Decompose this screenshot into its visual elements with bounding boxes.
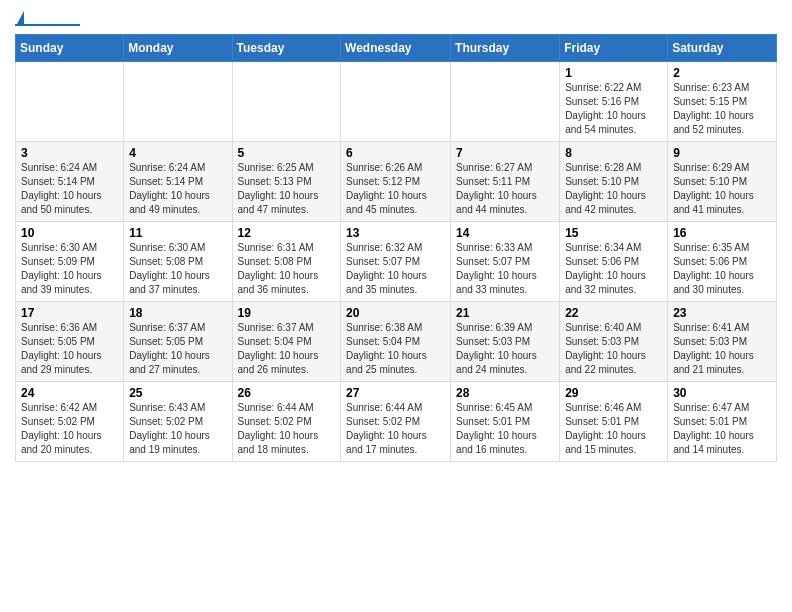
- day-info: Sunrise: 6:32 AM: [346, 241, 445, 255]
- day-info: Sunrise: 6:30 AM: [21, 241, 118, 255]
- day-info: Daylight: 10 hours and 41 minutes.: [673, 189, 771, 217]
- day-info: Sunrise: 6:26 AM: [346, 161, 445, 175]
- day-info: Sunset: 5:14 PM: [129, 175, 226, 189]
- calendar-cell: 6Sunrise: 6:26 AMSunset: 5:12 PMDaylight…: [341, 142, 451, 222]
- day-info: Daylight: 10 hours and 44 minutes.: [456, 189, 554, 217]
- day-number: 28: [456, 386, 554, 400]
- day-number: 3: [21, 146, 118, 160]
- day-number: 10: [21, 226, 118, 240]
- day-number: 17: [21, 306, 118, 320]
- day-info: Sunset: 5:13 PM: [238, 175, 336, 189]
- weekday-header-wednesday: Wednesday: [341, 35, 451, 62]
- day-number: 13: [346, 226, 445, 240]
- calendar-cell: 25Sunrise: 6:43 AMSunset: 5:02 PMDayligh…: [124, 382, 232, 462]
- day-info: Sunrise: 6:31 AM: [238, 241, 336, 255]
- day-number: 12: [238, 226, 336, 240]
- day-info: Daylight: 10 hours and 27 minutes.: [129, 349, 226, 377]
- day-info: Daylight: 10 hours and 49 minutes.: [129, 189, 226, 217]
- day-info: Sunset: 5:07 PM: [456, 255, 554, 269]
- calendar-cell: 5Sunrise: 6:25 AMSunset: 5:13 PMDaylight…: [232, 142, 341, 222]
- day-info: Sunrise: 6:35 AM: [673, 241, 771, 255]
- day-info: Sunset: 5:05 PM: [129, 335, 226, 349]
- calendar-cell: 30Sunrise: 6:47 AMSunset: 5:01 PMDayligh…: [668, 382, 777, 462]
- logo-underline: [15, 24, 80, 26]
- calendar-cell: 3Sunrise: 6:24 AMSunset: 5:14 PMDaylight…: [16, 142, 124, 222]
- day-number: 7: [456, 146, 554, 160]
- day-info: Sunrise: 6:30 AM: [129, 241, 226, 255]
- day-number: 4: [129, 146, 226, 160]
- day-info: Sunset: 5:04 PM: [238, 335, 336, 349]
- calendar-cell: 15Sunrise: 6:34 AMSunset: 5:06 PMDayligh…: [560, 222, 668, 302]
- day-info: Sunrise: 6:44 AM: [346, 401, 445, 415]
- day-number: 24: [21, 386, 118, 400]
- day-number: 9: [673, 146, 771, 160]
- weekday-header-monday: Monday: [124, 35, 232, 62]
- day-number: 21: [456, 306, 554, 320]
- weekday-header-saturday: Saturday: [668, 35, 777, 62]
- day-info: Sunset: 5:15 PM: [673, 95, 771, 109]
- calendar-cell: 2Sunrise: 6:23 AMSunset: 5:15 PMDaylight…: [668, 62, 777, 142]
- calendar-cell: 21Sunrise: 6:39 AMSunset: 5:03 PMDayligh…: [451, 302, 560, 382]
- day-info: Daylight: 10 hours and 22 minutes.: [565, 349, 662, 377]
- day-info: Sunrise: 6:24 AM: [21, 161, 118, 175]
- day-info: Daylight: 10 hours and 50 minutes.: [21, 189, 118, 217]
- calendar-cell: 10Sunrise: 6:30 AMSunset: 5:09 PMDayligh…: [16, 222, 124, 302]
- day-info: Sunset: 5:01 PM: [456, 415, 554, 429]
- calendar-week-row: 3Sunrise: 6:24 AMSunset: 5:14 PMDaylight…: [16, 142, 777, 222]
- day-info: Sunset: 5:09 PM: [21, 255, 118, 269]
- day-info: Daylight: 10 hours and 21 minutes.: [673, 349, 771, 377]
- day-info: Daylight: 10 hours and 35 minutes.: [346, 269, 445, 297]
- day-number: 18: [129, 306, 226, 320]
- day-number: 8: [565, 146, 662, 160]
- calendar-week-row: 24Sunrise: 6:42 AMSunset: 5:02 PMDayligh…: [16, 382, 777, 462]
- day-info: Sunset: 5:02 PM: [129, 415, 226, 429]
- day-info: Sunrise: 6:47 AM: [673, 401, 771, 415]
- day-number: 2: [673, 66, 771, 80]
- day-info: Sunrise: 6:25 AM: [238, 161, 336, 175]
- day-info: Daylight: 10 hours and 15 minutes.: [565, 429, 662, 457]
- day-info: Sunset: 5:06 PM: [673, 255, 771, 269]
- day-number: 16: [673, 226, 771, 240]
- calendar-cell: 12Sunrise: 6:31 AMSunset: 5:08 PMDayligh…: [232, 222, 341, 302]
- day-info: Sunset: 5:03 PM: [673, 335, 771, 349]
- calendar-week-row: 10Sunrise: 6:30 AMSunset: 5:09 PMDayligh…: [16, 222, 777, 302]
- day-info: Daylight: 10 hours and 33 minutes.: [456, 269, 554, 297]
- day-info: Sunrise: 6:29 AM: [673, 161, 771, 175]
- day-number: 1: [565, 66, 662, 80]
- calendar-cell: [124, 62, 232, 142]
- day-number: 26: [238, 386, 336, 400]
- calendar-cell: [16, 62, 124, 142]
- day-number: 22: [565, 306, 662, 320]
- day-info: Sunset: 5:01 PM: [565, 415, 662, 429]
- day-info: Sunset: 5:02 PM: [346, 415, 445, 429]
- day-info: Sunrise: 6:24 AM: [129, 161, 226, 175]
- calendar-cell: 18Sunrise: 6:37 AMSunset: 5:05 PMDayligh…: [124, 302, 232, 382]
- calendar-cell: 17Sunrise: 6:36 AMSunset: 5:05 PMDayligh…: [16, 302, 124, 382]
- day-info: Sunset: 5:03 PM: [456, 335, 554, 349]
- weekday-header-sunday: Sunday: [16, 35, 124, 62]
- day-number: 23: [673, 306, 771, 320]
- day-info: Sunrise: 6:39 AM: [456, 321, 554, 335]
- day-info: Sunrise: 6:34 AM: [565, 241, 662, 255]
- day-info: Daylight: 10 hours and 26 minutes.: [238, 349, 336, 377]
- day-info: Sunset: 5:16 PM: [565, 95, 662, 109]
- calendar-cell: 9Sunrise: 6:29 AMSunset: 5:10 PMDaylight…: [668, 142, 777, 222]
- day-info: Sunrise: 6:41 AM: [673, 321, 771, 335]
- calendar-week-row: 17Sunrise: 6:36 AMSunset: 5:05 PMDayligh…: [16, 302, 777, 382]
- calendar-cell: 14Sunrise: 6:33 AMSunset: 5:07 PMDayligh…: [451, 222, 560, 302]
- logo: [15, 14, 80, 26]
- weekday-header-tuesday: Tuesday: [232, 35, 341, 62]
- day-info: Sunset: 5:08 PM: [238, 255, 336, 269]
- calendar-cell: 8Sunrise: 6:28 AMSunset: 5:10 PMDaylight…: [560, 142, 668, 222]
- calendar-cell: 11Sunrise: 6:30 AMSunset: 5:08 PMDayligh…: [124, 222, 232, 302]
- day-info: Sunrise: 6:45 AM: [456, 401, 554, 415]
- day-number: 14: [456, 226, 554, 240]
- day-info: Daylight: 10 hours and 30 minutes.: [673, 269, 771, 297]
- day-info: Sunrise: 6:40 AM: [565, 321, 662, 335]
- day-info: Sunset: 5:03 PM: [565, 335, 662, 349]
- calendar-header-row: SundayMondayTuesdayWednesdayThursdayFrid…: [16, 35, 777, 62]
- day-info: Daylight: 10 hours and 14 minutes.: [673, 429, 771, 457]
- day-info: Daylight: 10 hours and 24 minutes.: [456, 349, 554, 377]
- day-info: Daylight: 10 hours and 39 minutes.: [21, 269, 118, 297]
- day-info: Daylight: 10 hours and 20 minutes.: [21, 429, 118, 457]
